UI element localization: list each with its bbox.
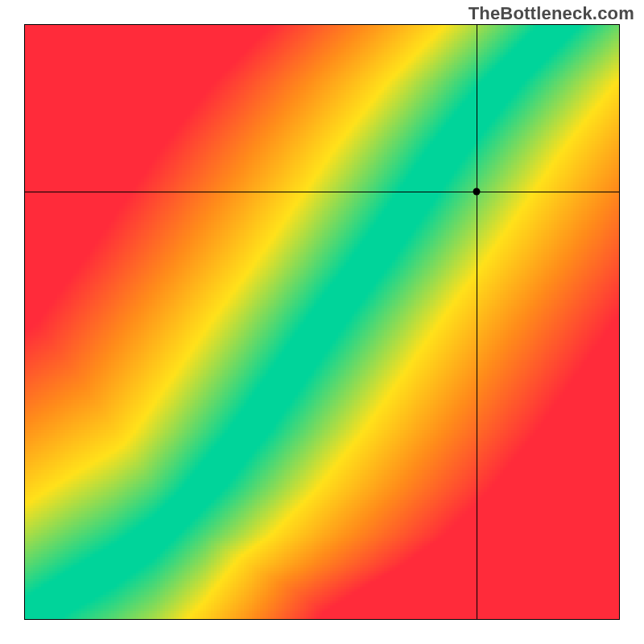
watermark-text: TheBottleneck.com bbox=[469, 3, 634, 24]
heatmap-canvas bbox=[25, 25, 619, 619]
crosshair-horizontal bbox=[25, 192, 619, 192]
marker-dot bbox=[473, 188, 480, 195]
chart-container: TheBottleneck.com bbox=[0, 0, 644, 644]
plot-area bbox=[24, 24, 620, 620]
crosshair-vertical bbox=[477, 25, 477, 619]
